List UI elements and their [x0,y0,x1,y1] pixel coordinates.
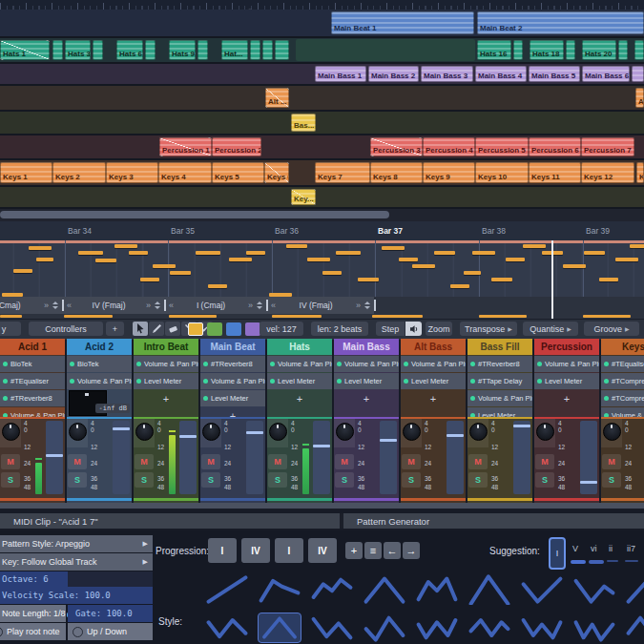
plugin-row[interactable]: #TTape Delay [467,373,532,389]
midi-note[interactable] [399,258,418,261]
strip-header[interactable]: Intro Beat [134,339,198,355]
plugin-enabled-led[interactable] [70,379,74,384]
progression-chord-button[interactable]: I [275,538,303,563]
arrangement-clip[interactable]: Keys 7 [315,162,370,183]
mute-button[interactable]: M [402,454,421,469]
chord-spinner[interactable] [364,301,370,309]
plugin-enabled-led[interactable] [337,362,342,366]
fader-handle[interactable] [113,427,130,430]
mute-button[interactable]: M [335,454,354,469]
pencil-tool-button[interactable] [149,322,164,336]
midi-note[interactable] [491,278,512,281]
midi-note[interactable] [382,246,405,250]
chord-next-arrow[interactable]: » [245,301,256,310]
progression-op-button[interactable]: → [403,542,420,559]
arrangement-clip[interactable]: Percussion 5 [475,137,529,156]
plugin-enabled-led[interactable] [537,379,542,384]
midi-clip-header[interactable]: MIDI Clip - "Acid 1 7" [0,513,340,529]
arrangement-clip[interactable]: Main Bass 5 [529,66,580,82]
solo-button[interactable]: S [135,472,154,488]
style-shape-cell[interactable] [310,574,354,605]
key-dropdown[interactable]: Key: Follow Global Track▶ [0,553,153,571]
plugin-row[interactable]: #TReverber8 [200,356,265,372]
strip-header[interactable]: Percussion [534,339,599,355]
midi-note[interactable] [95,259,116,262]
plugin-row[interactable]: #TReverber8 [467,356,532,372]
volume-fader[interactable] [46,421,63,494]
truncated-left-button[interactable]: y [0,322,21,336]
arrangement-clip[interactable]: Main Bass 2 [368,66,419,82]
style-shape-cell[interactable] [258,574,301,605]
plugin-enabled-led[interactable] [604,413,609,417]
plugin-enabled-led[interactable] [404,362,408,366]
mixer-scrollbar[interactable] [0,503,644,509]
fader-handle[interactable] [513,425,530,427]
arrangement-clip[interactable]: Hats 16 [477,40,511,60]
arrangement-clip[interactable] [566,40,575,60]
arrangement-clip[interactable]: Hat... [221,40,248,60]
pan-knob[interactable] [403,423,421,441]
plugin-enabled-led[interactable] [604,379,609,384]
plugin-enabled-led[interactable] [604,362,609,366]
arrangement-clip[interactable]: Keys 1 [0,162,52,183]
progression-chord-button[interactable]: IV [241,538,270,563]
volume-fader[interactable] [313,421,330,494]
pan-knob[interactable] [2,423,20,441]
track-lane-keys-alt[interactable]: Key... [0,187,644,209]
plugin-enabled-led[interactable] [537,362,542,366]
arrangement-clip[interactable]: Percussion 4 [423,137,475,156]
midi-note[interactable] [584,251,605,255]
volume-fader[interactable] [513,421,530,494]
note-length-dropdown[interactable]: Note Length: 1/8▶ [0,605,66,622]
midi-note[interactable] [286,244,307,248]
pan-knob[interactable] [269,423,287,441]
track-lane-main-beat[interactable]: Main Beat 1Main Beat 2 [0,10,644,38]
arrangement-clip[interactable] [634,40,644,60]
arrangement-clip[interactable]: Keys 2 [52,162,106,183]
mute-button[interactable]: M [468,454,488,469]
progression-chord-button[interactable]: I [208,538,237,563]
chord-block[interactable]: «IV (Fmaj)» [64,297,164,314]
color-swatch[interactable] [188,322,203,336]
track-lane-alt-bass[interactable]: Alt ...A [0,86,644,112]
transpose-dropdown[interactable]: Transpose▶ [460,322,517,336]
solo-button[interactable]: S [268,472,287,488]
pan-knob[interactable] [469,423,488,441]
midi-note[interactable] [140,278,159,281]
pointer-tool-button[interactable] [133,322,148,336]
arrangement-clip[interactable]: A [635,88,644,108]
suggestion-chord-button[interactable]: ii7 [627,544,635,553]
plugin-row[interactable]: Level Meter [467,407,532,417]
fader-handle[interactable] [447,434,464,437]
arrangement-clip[interactable] [632,66,644,82]
mute-button[interactable]: M [535,454,554,469]
style-shape-cell[interactable] [520,613,564,643]
solo-button[interactable]: S [535,472,554,488]
volume-fader[interactable] [380,421,397,494]
arrangement-clip[interactable]: Hats 3 [65,40,91,60]
midi-note[interactable] [434,251,455,255]
step-mode-button[interactable]: Step [376,322,405,336]
plugin-row[interactable]: Level Meter [134,373,198,389]
horizontal-scrollbar[interactable] [0,209,644,221]
arrangement-clip[interactable]: K [636,162,644,183]
midi-note[interactable] [36,258,53,261]
plugin-enabled-led[interactable] [3,396,8,401]
track-lane-percussion[interactable]: Percussion 1Percussion 2Percussion 3Perc… [0,135,644,160]
solo-button[interactable]: S [602,472,621,488]
solo-button[interactable]: S [68,472,87,488]
strip-header[interactable]: Hats [267,339,332,355]
add-plugin-row[interactable]: + [134,390,198,406]
strip-header[interactable]: Main Beat [200,339,265,355]
suggestion-chord-button[interactable]: vi [591,544,597,553]
add-plugin-row[interactable]: + [200,407,265,417]
suggestion-chord-button[interactable]: ii [609,544,613,553]
plugin-row[interactable]: Level Meter [267,373,332,389]
midi-note[interactable] [336,251,361,255]
mute-button[interactable]: M [268,454,287,469]
arrangement-clip[interactable] [52,40,63,60]
style-shape-cell[interactable] [467,613,511,643]
pan-knob[interactable] [69,423,87,441]
mute-button[interactable]: M [135,454,154,469]
style-shape-cell[interactable] [363,613,406,643]
